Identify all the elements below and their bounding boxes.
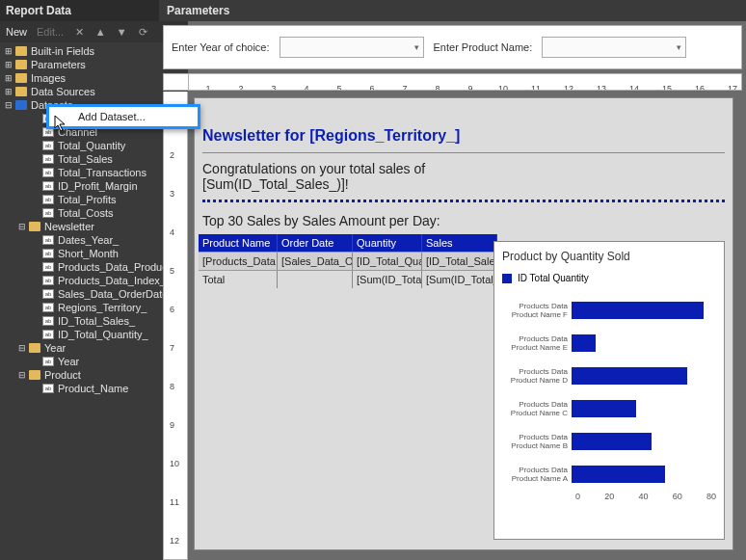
move-down-icon: ▼ [116,26,127,38]
field-icon: ab [42,195,54,204]
bar-fill [572,433,652,450]
bar-row: Products Data Product Name B [502,428,716,455]
tree-year[interactable]: Year [44,341,66,355]
bar-label: Products Data Product Name E [502,334,572,352]
field[interactable]: Total_Sales [58,152,113,166]
expand-icon[interactable]: ⊞ [4,71,13,85]
bar-track [572,302,716,319]
bar-track [572,367,716,385]
field-icon: ab [42,357,54,366]
report-surface[interactable]: Newsletter for [Regions_Territory_] Cong… [188,92,746,560]
axis-tick: 40 [638,492,648,501]
field-icon: ab [42,276,54,285]
field[interactable]: Products_Data_Index_ [58,274,166,287]
chart-bars: Products Data Product Name FProducts Dat… [502,297,716,490]
ruler-tick: 1 [205,84,210,91]
ruler-tick: 11 [170,497,179,507]
collapse-icon[interactable]: ⊟ [17,368,27,382]
ruler-tick: 12 [564,84,573,91]
bar-track [572,433,716,450]
field-icon: ab [42,384,54,393]
ruler-tick: 2 [238,84,243,91]
field[interactable]: ID_Profit_Margin [58,179,138,193]
bar-row: Products Data Product Name F [502,297,716,324]
field[interactable]: Short_Month [58,247,119,260]
field[interactable]: Dates_Year_ [58,233,119,247]
field[interactable]: ID_Total_Quantity_ [58,328,148,341]
tree-builtin[interactable]: Built-in Fields [31,44,94,58]
bar-track [572,334,716,352]
ruler-tick: 8 [435,84,440,91]
ruler-tick: 7 [402,84,407,91]
field[interactable]: Regions_Territory_ [58,301,147,314]
col-quantity: Quantity [353,234,422,252]
dataset-icon [29,222,40,231]
axis-tick: 20 [604,492,614,501]
tree-newsletter[interactable]: Newsletter [44,220,94,233]
tree-images[interactable]: Images [31,71,66,85]
table-header: Product Name Order Date Quantity Sales [199,234,497,252]
field[interactable]: Product_Name [58,382,128,395]
field-icon: ab [42,249,54,258]
col-product: Product Name [199,234,278,252]
field[interactable]: Total_Profits [58,193,117,206]
report-headline[interactable]: Newsletter for [Regions_Territory_] [195,127,733,152]
legend-label: ID Total Quantity [518,273,589,283]
table-row[interactable]: Total [Sum(ID_Total_Q [Sum(ID_Total_ [199,270,497,288]
ruler-tick: 3 [170,189,174,199]
delete-icon: ✕ [73,26,85,38]
ruler-tick: 2 [170,150,174,160]
design-canvas: 123456789101112 Newsletter for [Regions_… [163,92,746,560]
table-row[interactable]: [Products_Data [Sales_Data_Or [ID_Total_… [199,252,497,270]
tree-parameters[interactable]: Parameters [31,58,86,71]
expand-icon[interactable]: ⊞ [4,85,13,98]
field-icon: ab [42,181,54,191]
parameters-bar: Enter Year of choice: ▾ Enter Product Na… [163,25,742,69]
ruler-tick: 7 [170,343,174,353]
field-icon: ab [42,330,54,339]
field-icon: ab [42,235,54,245]
field-icon: ab [42,208,54,218]
ruler-tick: 6 [170,305,174,314]
refresh-icon[interactable]: ⟳ [137,26,148,38]
report-page[interactable]: Newsletter for [Regions_Territory_] Cong… [194,97,733,550]
collapse-icon[interactable]: ⊟ [17,220,27,233]
collapse-icon[interactable]: ⊟ [17,341,27,355]
col-sales: Sales [422,234,497,252]
field[interactable]: Total_Costs [58,206,113,220]
collapse-icon[interactable]: ⊟ [4,98,13,112]
folder-icon [15,87,27,96]
field[interactable]: Total_Transactions [58,166,147,179]
chart-product-quantity[interactable]: Product by Quantity Sold ID Total Quanti… [493,241,725,540]
subhead[interactable]: Top 30 Sales by Sales Amount per Day: [195,211,733,234]
tree-product[interactable]: Product [44,368,81,382]
param-product-combo[interactable]: ▾ [542,37,686,58]
bar-fill [572,466,665,483]
bar-label: Products Data Product Name B [502,433,572,450]
sales-table[interactable]: Product Name Order Date Quantity Sales [… [199,234,497,288]
bar-row: Products Data Product Name E [502,330,716,357]
new-button[interactable]: New [6,26,27,38]
bar-track [572,466,716,483]
field[interactable]: Year [58,355,79,368]
bar-fill [572,400,636,417]
divider [202,152,725,153]
ruler-tick: 3 [271,84,276,91]
param-year-combo[interactable]: ▾ [280,37,424,58]
field[interactable]: ID_Total_Sales_ [58,314,135,328]
chevron-down-icon: ▾ [414,42,419,52]
expand-icon[interactable]: ⊞ [4,58,13,71]
folder-icon [15,73,27,83]
add-dataset-menu-item[interactable]: Add Dataset... [49,107,198,126]
field[interactable]: Products_Data_Product [58,260,171,274]
legend-swatch [502,274,512,283]
field[interactable]: Total_Quantity [58,139,125,152]
axis-tick: 80 [706,492,716,501]
dataset-icon [29,343,40,353]
bar-fill [572,334,596,352]
field[interactable]: Sales_Data_OrderDate_ [58,287,173,301]
congrats-text[interactable]: Congratulations on your total sales of [… [195,161,733,192]
expand-icon[interactable]: ⊞ [4,44,13,58]
tree-datasources[interactable]: Data Sources [31,85,95,98]
ruler-tick: 6 [369,84,374,91]
